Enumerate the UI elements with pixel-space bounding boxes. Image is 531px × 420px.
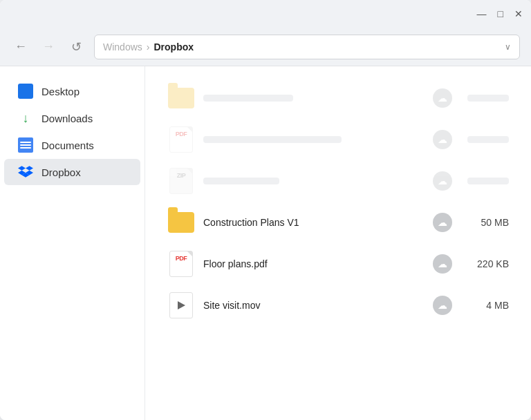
skeleton-cloud-3: ☁ <box>433 171 452 191</box>
cloud-icon-floor-plans: ☁ <box>433 254 452 274</box>
skeleton-cloud-2: ☁ <box>433 130 452 149</box>
maximize-button[interactable]: □ <box>498 9 503 19</box>
svg-marker-1 <box>26 166 33 171</box>
sidebar-item-dropbox[interactable]: Dropbox <box>4 159 140 185</box>
cloud-symbol-2: ☁ <box>438 258 447 269</box>
content-area: ☁ PDF ☁ <box>145 66 531 420</box>
path-separator: › <box>147 41 150 52</box>
sidebar-item-documents[interactable]: Documents <box>4 132 140 158</box>
minimize-button[interactable]: — <box>477 9 487 19</box>
toolbar: ← → ↺ Windows › Dropbox ∨ <box>0 28 531 66</box>
folder-icon <box>167 209 195 236</box>
skeleton-size-1 <box>460 95 509 102</box>
svg-marker-0 <box>18 166 26 171</box>
path-current: Dropbox <box>153 41 194 52</box>
close-button[interactable]: ✕ <box>514 9 523 19</box>
sidebar-label-downloads: Downloads <box>41 113 93 124</box>
cloud-symbol-3: ☁ <box>438 300 447 311</box>
skeleton-zip-icon-3: ZIP <box>167 167 195 195</box>
skeleton-name-3 <box>203 178 425 184</box>
skeleton-row-1: ☁ <box>162 77 514 119</box>
skeleton-row-3: ZIP ☁ <box>162 160 514 202</box>
address-bar[interactable]: Windows › Dropbox ∨ <box>94 35 520 59</box>
skeleton-row-2: PDF ☁ <box>162 119 514 160</box>
address-chevron-icon: ∨ <box>505 42 511 52</box>
downloads-icon: ↓ <box>18 111 33 126</box>
documents-icon <box>18 137 33 153</box>
desktop-icon <box>18 84 33 99</box>
sidebar-item-downloads[interactable]: ↓ Downloads <box>4 105 140 131</box>
sidebar-label-desktop: Desktop <box>41 86 80 97</box>
skeleton-name-2 <box>203 136 425 143</box>
file-name-floor-plans: Floor plans.pdf <box>203 258 425 269</box>
sidebar-label-documents: Documents <box>41 140 94 151</box>
mov-icon <box>167 292 195 319</box>
file-row-floor-plans[interactable]: PDF Floor plans.pdf ☁ 220 KB <box>162 243 514 285</box>
skeleton-size-3 <box>460 178 509 184</box>
file-size-floor-plans: 220 KB <box>460 258 509 269</box>
body: Desktop ↓ Downloads Documents <box>0 66 531 420</box>
file-name-construction-plans: Construction Plans V1 <box>203 217 425 228</box>
skeleton-size-2 <box>460 136 509 143</box>
cloud-symbol: ☁ <box>438 217 447 228</box>
refresh-button[interactable]: ↺ <box>66 37 86 57</box>
file-row-construction-plans[interactable]: Construction Plans V1 ☁ 50 MB <box>162 202 514 243</box>
sidebar-label-dropbox: Dropbox <box>41 166 81 178</box>
cloud-icon-construction-plans: ☁ <box>433 213 452 232</box>
forward-button[interactable]: → <box>39 37 58 57</box>
titlebar: — □ ✕ <box>0 0 531 28</box>
file-size-site-visit: 4 MB <box>460 300 509 311</box>
dropbox-icon <box>18 164 33 180</box>
skeleton-pdf-icon-2: PDF <box>167 126 195 153</box>
cloud-icon-site-visit: ☁ <box>433 296 452 315</box>
sidebar-item-desktop[interactable]: Desktop <box>4 78 140 104</box>
app-window: — □ ✕ ← → ↺ Windows › Dropbox ∨ Desktop <box>0 0 531 420</box>
file-name-site-visit: Site visit.mov <box>203 300 425 311</box>
back-button[interactable]: ← <box>11 37 30 57</box>
skeleton-cloud-1: ☁ <box>433 88 452 108</box>
file-size-construction-plans: 50 MB <box>460 217 509 228</box>
pdf-icon: PDF <box>167 250 195 278</box>
play-icon <box>178 301 185 309</box>
file-row-site-visit[interactable]: Site visit.mov ☁ 4 MB <box>162 285 514 326</box>
skeleton-folder-icon-1 <box>167 84 195 112</box>
sidebar: Desktop ↓ Downloads Documents <box>0 66 145 420</box>
skeleton-name-1 <box>203 95 425 102</box>
path-parent: Windows <box>103 41 142 52</box>
